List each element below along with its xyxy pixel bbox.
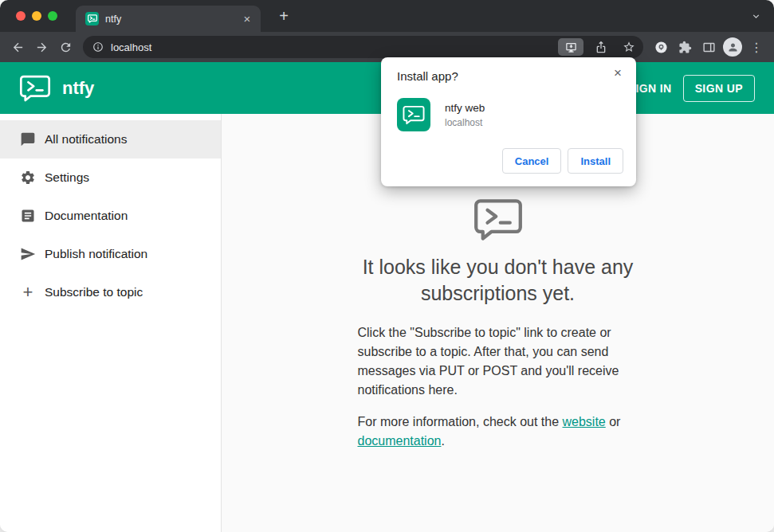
reload-button[interactable] <box>54 36 77 58</box>
header-actions: SIGN IN SIGN UP <box>628 62 755 114</box>
sidebar-item-label: All notifications <box>45 132 127 147</box>
empty-state-info: For more information, check out the webs… <box>358 413 638 451</box>
extensions-puzzle-icon[interactable] <box>674 36 696 58</box>
browser-titlebar: ntfy × + <box>0 0 774 32</box>
tab-search-chevron-icon[interactable] <box>751 11 761 22</box>
sidebar-item-settings[interactable]: Settings <box>0 158 221 197</box>
empty-state-title: It looks like you don't have any subscri… <box>327 254 670 306</box>
chat-icon <box>18 130 37 149</box>
forward-button[interactable] <box>30 36 53 58</box>
empty-state-text: Click the "Subscribe to topic" link to c… <box>358 323 638 451</box>
extension-password-icon[interactable] <box>650 36 672 58</box>
article-icon <box>18 206 37 225</box>
profile-avatar[interactable] <box>723 37 742 57</box>
tab-title: ntfy <box>105 14 234 25</box>
browser-tab[interactable]: ntfy × <box>76 6 261 32</box>
sidebar-item-documentation[interactable]: Documentation <box>0 197 221 235</box>
dialog-close-icon[interactable]: × <box>610 65 626 81</box>
browser-menu-icon[interactable]: ⋮ <box>745 36 768 58</box>
sidebar-item-all-notifications[interactable]: All notifications <box>0 120 221 158</box>
dialog-app-name: ntfy web <box>445 102 485 114</box>
ntfy-app-icon <box>397 98 430 131</box>
ntfy-logo-large-icon <box>473 198 523 241</box>
sidebar-item-label: Subscribe to topic <box>45 285 143 299</box>
share-icon[interactable] <box>591 37 611 57</box>
sidebar: All notifications Settings Documentation… <box>0 114 222 532</box>
close-window-button[interactable] <box>16 11 26 21</box>
sidebar-item-publish-notification[interactable]: Publish notification <box>0 235 221 273</box>
dialog-actions: Cancel Install <box>397 148 623 174</box>
window-controls <box>16 11 57 21</box>
address-bar[interactable]: localhost <box>83 36 643 58</box>
install-app-dialog: Install app? × ntfy web localhost Cancel… <box>381 57 636 186</box>
side-panel-icon[interactable] <box>697 36 720 58</box>
fullscreen-window-button[interactable] <box>48 11 57 21</box>
bookmark-star-icon[interactable] <box>619 37 639 57</box>
gear-icon <box>18 168 37 187</box>
browser-window: ntfy × + localhost <box>0 0 774 532</box>
install-app-button[interactable] <box>558 38 583 56</box>
install-button[interactable]: Install <box>568 148 623 174</box>
site-info-icon[interactable] <box>92 41 104 53</box>
tab-close-icon[interactable]: × <box>240 12 254 26</box>
sidebar-item-label: Settings <box>45 170 89 185</box>
new-tab-button[interactable]: + <box>273 6 295 28</box>
address-text: localhost <box>111 41 551 53</box>
cancel-button[interactable]: Cancel <box>502 148 562 174</box>
ntfy-favicon <box>85 12 99 25</box>
app-title: ntfy <box>62 78 94 99</box>
empty-state-paragraph: Click the "Subscribe to topic" link to c… <box>358 323 638 400</box>
sidebar-item-label: Documentation <box>45 209 128 223</box>
sign-up-button[interactable]: SIGN UP <box>683 75 755 102</box>
documentation-link[interactable]: documentation <box>358 434 442 448</box>
website-link[interactable]: website <box>563 415 606 428</box>
dialog-title: Install app? <box>397 69 623 83</box>
sidebar-item-subscribe-to-topic[interactable]: + Subscribe to topic <box>0 273 221 311</box>
dialog-app-row: ntfy web localhost <box>397 98 623 131</box>
sidebar-item-label: Publish notification <box>45 247 147 261</box>
ntfy-logo-icon <box>19 75 51 102</box>
dialog-app-origin: localhost <box>445 117 485 128</box>
plus-icon: + <box>18 283 37 302</box>
minimize-window-button[interactable] <box>32 11 41 21</box>
back-button[interactable] <box>6 36 29 58</box>
info-text-suffix: . <box>441 434 444 448</box>
send-icon <box>18 244 37 264</box>
info-text-middle: or <box>606 415 621 428</box>
info-text-prefix: For more information, check out the <box>358 415 563 428</box>
dialog-app-meta: ntfy web localhost <box>445 102 485 128</box>
